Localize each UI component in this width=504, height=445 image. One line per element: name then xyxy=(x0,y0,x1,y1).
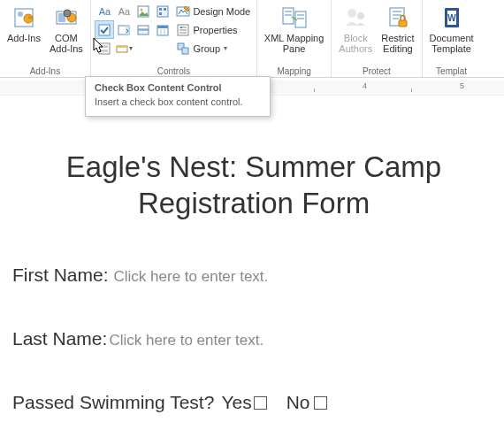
svg-rect-10 xyxy=(159,8,162,11)
properties-button[interactable]: Properties xyxy=(174,20,252,39)
chevron-down-icon: ▾ xyxy=(224,44,227,52)
last-name-row[interactable]: Last Name: Click here to enter text. xyxy=(12,328,495,349)
swim-test-row[interactable]: Passed Swimming Test? Yes No xyxy=(12,392,495,413)
yes-label: Yes xyxy=(221,392,251,413)
svg-text:W: W xyxy=(447,13,456,23)
com-addins-icon xyxy=(52,4,80,32)
xml-mapping-icon xyxy=(280,4,309,32)
group-label-protect: Protect xyxy=(335,65,417,77)
svg-rect-9 xyxy=(157,6,168,17)
properties-icon xyxy=(176,23,190,37)
document-template-label: Document Template xyxy=(430,33,474,54)
tooltip-body: Insert a check box content control. xyxy=(95,96,261,107)
block-authors-icon xyxy=(341,4,370,32)
svg-rect-35 xyxy=(283,8,294,24)
controls-grid: Aa Aa ▾ xyxy=(95,2,172,58)
svg-point-1 xyxy=(18,12,23,17)
svg-rect-24 xyxy=(101,50,108,52)
ruler-mark: 5 xyxy=(460,81,464,90)
group-button[interactable]: Group ▾ xyxy=(174,39,252,58)
properties-label: Properties xyxy=(193,25,237,35)
document-body: Eagle's Nest: Summer Camp Registration F… xyxy=(0,96,504,413)
addins-label: Add-Ins xyxy=(7,33,41,43)
dropdown-list-control-button[interactable] xyxy=(134,20,153,39)
restrict-editing-label: Restrict Editing xyxy=(381,33,414,54)
design-mode-button[interactable]: Design Mode xyxy=(174,2,252,20)
no-checkbox[interactable] xyxy=(314,396,327,410)
group-label-addins: Add-Ins xyxy=(4,65,87,77)
design-mode-label: Design Mode xyxy=(193,6,250,17)
xml-mapping-label: XML Mapping Pane xyxy=(264,33,324,54)
addins-button[interactable]: Add-Ins xyxy=(4,2,44,45)
svg-point-8 xyxy=(141,8,143,11)
block-authors-button[interactable]: Block Authors xyxy=(335,2,376,56)
chevron-down-icon: ▾ xyxy=(129,44,133,52)
restrict-editing-button[interactable]: Restrict Editing xyxy=(378,2,417,56)
doc-title[interactable]: Eagle's Nest: Summer Camp Registration F… xyxy=(12,149,495,222)
last-name-input[interactable]: Click here to enter text. xyxy=(109,332,263,349)
group-label-controls: Controls xyxy=(95,65,253,77)
swim-label: Passed Swimming Test? xyxy=(12,392,214,413)
plain-text-control-button[interactable]: Aa xyxy=(114,2,134,20)
tooltip: Check Box Content Control Insert a check… xyxy=(85,76,271,117)
last-name-label: Last Name: xyxy=(12,328,107,349)
svg-point-6 xyxy=(64,10,71,17)
svg-rect-12 xyxy=(159,12,162,15)
group-label-templates: Templat xyxy=(426,65,477,77)
group-templates: W Document Template Templat xyxy=(423,0,481,77)
checkbox-control-button[interactable] xyxy=(95,20,114,39)
group-controls: Aa Aa ▾ Design Mode Properties xyxy=(91,0,257,77)
group-btn-label: Group xyxy=(193,43,220,54)
block-authors-label: Block Authors xyxy=(339,33,372,54)
svg-point-32 xyxy=(180,27,182,28)
svg-point-42 xyxy=(357,12,364,19)
first-name-label: First Name: xyxy=(12,265,109,286)
group-mapping: XML Mapping Pane Mapping xyxy=(257,0,332,77)
svg-rect-34 xyxy=(182,48,188,54)
yes-checkbox[interactable] xyxy=(254,396,267,410)
tooltip-title: Check Box Content Control xyxy=(95,82,261,93)
building-block-control-button[interactable] xyxy=(153,2,172,20)
addins-icon xyxy=(10,4,38,32)
svg-point-41 xyxy=(347,9,356,18)
group-icon xyxy=(176,42,190,56)
svg-rect-26 xyxy=(117,46,127,48)
svg-rect-22 xyxy=(99,43,110,54)
first-name-input[interactable]: Click here to enter text. xyxy=(114,268,269,286)
rich-text-control-button[interactable]: Aa xyxy=(95,2,114,20)
svg-rect-23 xyxy=(101,45,108,48)
date-picker-control-button[interactable] xyxy=(153,20,172,39)
group-addins: Add-Ins COM Add-Ins Add-Ins xyxy=(0,0,91,77)
svg-rect-11 xyxy=(164,8,166,11)
picture-control-button[interactable] xyxy=(134,2,153,20)
svg-rect-17 xyxy=(138,30,149,35)
legacy-tools-button[interactable]: ▾ xyxy=(114,39,134,58)
restrict-editing-icon xyxy=(384,4,412,32)
svg-rect-16 xyxy=(138,26,149,29)
com-addins-button[interactable]: COM Add-Ins xyxy=(46,2,87,56)
com-addins-label: COM Add-Ins xyxy=(50,33,83,54)
ruler-mark: 4 xyxy=(363,81,367,90)
first-name-row[interactable]: First Name: Click here to enter text. xyxy=(12,265,495,286)
no-label: No xyxy=(286,392,310,413)
svg-rect-47 xyxy=(399,20,407,27)
svg-rect-13 xyxy=(99,25,110,35)
group-label-mapping: Mapping xyxy=(261,65,327,77)
svg-rect-19 xyxy=(157,26,168,28)
document-template-button[interactable]: W Document Template xyxy=(426,2,477,56)
document-template-icon: W xyxy=(438,4,466,32)
design-mode-icon xyxy=(176,4,190,19)
combo-box-control-button[interactable] xyxy=(114,20,134,39)
repeating-section-control-button[interactable] xyxy=(95,39,114,58)
xml-mapping-button[interactable]: XML Mapping Pane xyxy=(261,2,327,56)
group-protect: Block Authors Restrict Editing Protect xyxy=(332,0,422,77)
